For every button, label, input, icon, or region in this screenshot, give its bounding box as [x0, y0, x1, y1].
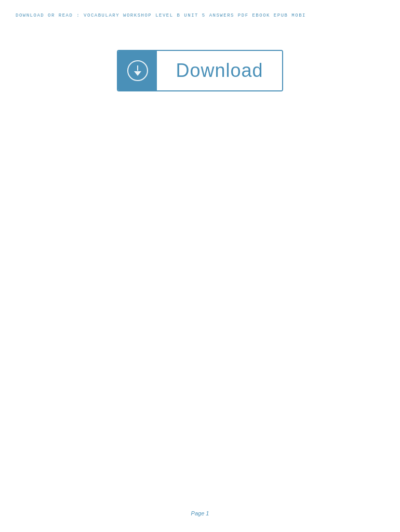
arrow-head-icon: [134, 71, 141, 76]
page-number: Page 1: [191, 510, 209, 516]
page-header: DOWNLOAD OR READ : VOCABULARY WORKSHOP L…: [0, 0, 400, 19]
download-circle-icon: [127, 60, 148, 81]
arrow-stem-icon: [137, 65, 138, 71]
download-label: Download: [176, 60, 263, 82]
header-text: DOWNLOAD OR READ : VOCABULARY WORKSHOP L…: [16, 13, 306, 18]
download-label-area: Download: [157, 51, 282, 90]
download-icon-area: [118, 51, 157, 90]
download-button[interactable]: Download: [117, 50, 283, 91]
download-section: Download: [0, 50, 400, 91]
page-footer: Page 1: [0, 510, 400, 516]
